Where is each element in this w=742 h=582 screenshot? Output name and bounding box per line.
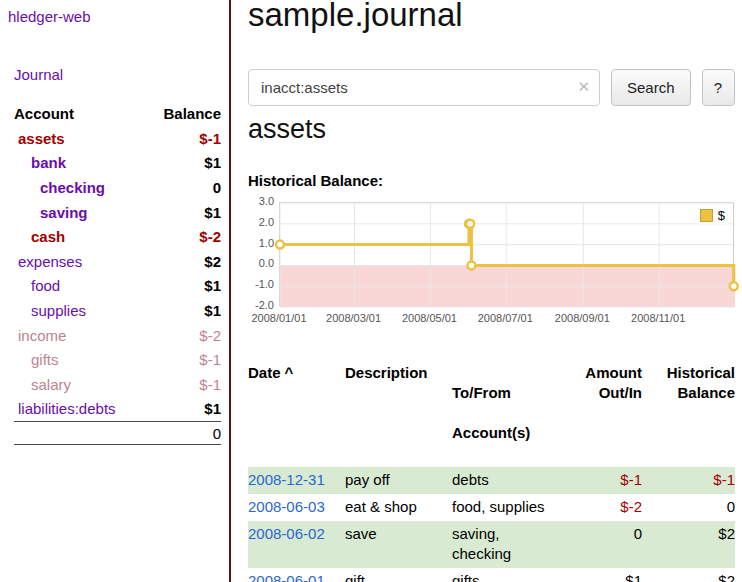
x-tick-label: 2008/03/01 <box>326 312 381 324</box>
search-button[interactable]: Search <box>611 69 691 106</box>
account-balance: 0 <box>213 179 221 196</box>
date-link[interactable]: 2008-12-31 <box>248 471 325 488</box>
account-row: expenses $2 <box>14 249 221 274</box>
account-link-expenses[interactable]: expenses <box>14 253 82 270</box>
account-row: cash $-2 <box>14 224 221 249</box>
hledger-web-app: hledger-web Journal Account Balance asse… <box>0 0 742 582</box>
row-balance: $2 <box>642 521 735 568</box>
table-row: 2008-06-03 eat & shop food, supplies $-2… <box>248 494 735 521</box>
account-row: assets $-1 <box>14 126 221 151</box>
register-table-header: Date^ Description To/From Account(s) Amo… <box>248 360 735 467</box>
row-amount: $1 <box>580 568 642 582</box>
accounts-table: Account Balance assets $-1 bank $1 check… <box>14 100 221 445</box>
y-tick-label: 2.0 <box>259 216 274 228</box>
row-description: gift <box>345 568 452 582</box>
accounts-header-account: Account <box>14 105 74 122</box>
account-link-bank[interactable]: bank <box>14 154 66 171</box>
account-balance: $1 <box>204 204 221 221</box>
row-balance: $-1 <box>642 467 735 494</box>
x-tick-label: 2008/09/01 <box>555 312 610 324</box>
account-row: liabilities:debts $1 <box>14 397 221 422</box>
chart-x-axis: 2008/01/012008/03/012008/05/012008/07/01… <box>279 312 734 326</box>
y-tick-label: -1.0 <box>255 278 274 290</box>
account-link-checking[interactable]: checking <box>14 179 105 196</box>
account-row: food $1 <box>14 274 221 299</box>
accounts-table-header: Account Balance <box>14 100 221 126</box>
account-row: income $-2 <box>14 323 221 348</box>
row-accounts: gifts <box>452 568 580 582</box>
row-balance: 0 <box>642 494 735 521</box>
help-button[interactable]: ? <box>702 69 735 106</box>
account-link-salary[interactable]: salary <box>14 376 71 393</box>
row-balance: $2 <box>642 568 735 582</box>
account-row: salary $-1 <box>14 372 221 397</box>
page-title: sample.journal <box>248 0 463 36</box>
sort-ascending-icon: ^ <box>285 364 294 381</box>
main-content: sample.journal ✕ Search ? assets Histori… <box>248 0 742 582</box>
row-amount: $-2 <box>580 494 642 521</box>
row-accounts: saving, checking <box>452 521 580 568</box>
date-link[interactable]: 2008-06-01 <box>248 572 325 582</box>
date-link[interactable]: 2008-06-03 <box>248 498 325 515</box>
chart-series <box>280 203 733 307</box>
account-row: bank $1 <box>14 151 221 176</box>
account-balance: $1 <box>204 400 221 417</box>
y-tick-label: 3.0 <box>259 195 274 207</box>
search-form: ✕ Search ? <box>248 69 738 106</box>
account-row: checking 0 <box>14 175 221 200</box>
account-link-cash[interactable]: cash <box>14 228 65 245</box>
account-balance: $1 <box>204 277 221 294</box>
y-tick-label: -2.0 <box>255 299 274 311</box>
table-row: 2008-06-01 gift gifts $1 $2 <box>248 568 735 582</box>
x-tick-label: 2008/11/01 <box>631 312 685 324</box>
table-row: 2008-12-31 pay off debts $-1 $-1 <box>248 467 735 494</box>
account-balance: $1 <box>204 302 221 319</box>
account-row: gifts $-1 <box>14 347 221 372</box>
accounts-total-row: 0 <box>14 421 221 445</box>
account-link-supplies[interactable]: supplies <box>14 302 86 319</box>
accounts-total: 0 <box>213 425 221 442</box>
search-box: ✕ <box>248 69 600 106</box>
account-link-saving[interactable]: saving <box>14 204 88 221</box>
app-title-link[interactable]: hledger-web <box>8 8 91 25</box>
chart-title: Historical Balance: <box>248 172 383 189</box>
col-header-amount-line2: Out/In <box>580 383 642 403</box>
account-balance: $-1 <box>199 351 221 368</box>
x-tick-label: 2008/07/01 <box>478 312 533 324</box>
account-balance: $-2 <box>199 327 221 344</box>
account-link-food[interactable]: food <box>14 277 60 294</box>
col-header-accounts-line1: To/From <box>452 383 580 403</box>
account-row: supplies $1 <box>14 298 221 323</box>
legend-swatch-icon <box>700 209 713 222</box>
row-amount: $-1 <box>580 467 642 494</box>
account-link-gifts[interactable]: gifts <box>14 351 59 368</box>
row-accounts: food, supplies <box>452 494 580 521</box>
row-description: save <box>345 521 452 568</box>
row-amount: 0 <box>580 521 642 568</box>
date-link[interactable]: 2008-06-02 <box>248 525 325 542</box>
col-header-accounts-line2: Account(s) <box>452 423 580 443</box>
y-tick-label: 1.0 <box>259 237 274 249</box>
account-balance: $2 <box>204 253 221 270</box>
chart-plot-area[interactable]: $ <box>279 202 734 306</box>
section-heading: assets <box>248 112 326 146</box>
account-link-income[interactable]: income <box>14 327 66 344</box>
account-balance: $-1 <box>199 130 221 147</box>
accounts-header-balance: Balance <box>163 105 221 122</box>
col-header-date[interactable]: Date^ <box>248 360 345 467</box>
sidebar-item-journal[interactable]: Journal <box>14 66 63 83</box>
row-description: eat & shop <box>345 494 452 521</box>
account-link-liabilities-debts[interactable]: liabilities:debts <box>14 400 116 417</box>
col-header-accounts: To/From Account(s) <box>452 360 580 467</box>
table-row: 2008-06-02 save saving, checking 0 $2 <box>248 521 735 568</box>
col-header-amount: Amount Out/In <box>580 360 642 467</box>
account-link-assets[interactable]: assets <box>14 130 65 147</box>
clear-search-icon[interactable]: ✕ <box>577 78 590 96</box>
balance-chart: 3.02.01.00.0-1.0-2.0 $ 2008/01/012008/03… <box>248 196 735 330</box>
col-header-date-label: Date <box>248 364 281 381</box>
account-row: saving $1 <box>14 200 221 225</box>
account-balance: $-2 <box>199 228 221 245</box>
search-input[interactable] <box>248 69 600 106</box>
chart-y-axis: 3.02.01.00.0-1.0-2.0 <box>248 196 274 316</box>
x-tick-label: 2008/05/01 <box>402 312 457 324</box>
